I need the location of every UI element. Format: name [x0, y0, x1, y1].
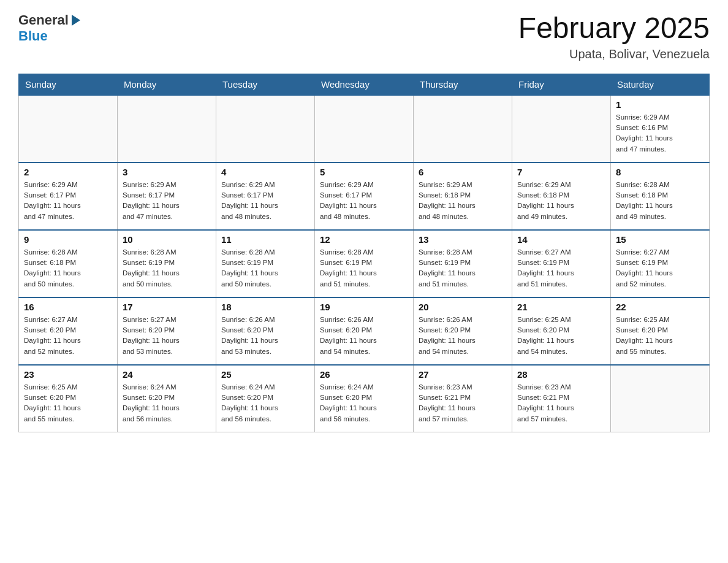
location-text: Upata, Bolivar, Venezuela: [518, 47, 710, 61]
calendar-cell: 20Sunrise: 6:26 AM Sunset: 6:20 PM Dayli…: [414, 297, 512, 365]
day-number: 3: [123, 167, 211, 177]
day-info: Sunrise: 6:29 AM Sunset: 6:17 PM Dayligh…: [221, 180, 309, 222]
day-info: Sunrise: 6:27 AM Sunset: 6:19 PM Dayligh…: [517, 247, 605, 289]
day-info: Sunrise: 6:26 AM Sunset: 6:20 PM Dayligh…: [221, 315, 309, 357]
day-info: Sunrise: 6:28 AM Sunset: 6:18 PM Dayligh…: [616, 180, 704, 222]
calendar-cell: 12Sunrise: 6:28 AM Sunset: 6:19 PM Dayli…: [315, 230, 414, 297]
logo: General Blue: [18, 12, 83, 44]
calendar-cell: 24Sunrise: 6:24 AM Sunset: 6:20 PM Dayli…: [118, 365, 216, 432]
calendar-week-row-3: 9Sunrise: 6:28 AM Sunset: 6:18 PM Daylig…: [19, 230, 710, 297]
day-info: Sunrise: 6:29 AM Sunset: 6:18 PM Dayligh…: [517, 180, 605, 222]
day-info: Sunrise: 6:28 AM Sunset: 6:19 PM Dayligh…: [221, 247, 309, 289]
day-info: Sunrise: 6:29 AM Sunset: 6:17 PM Dayligh…: [123, 180, 211, 222]
day-number: 1: [616, 99, 704, 110]
calendar-cell: [118, 95, 216, 163]
logo-general-text: General: [18, 12, 69, 28]
day-number: 15: [616, 234, 704, 245]
weekday-header-thursday: Thursday: [414, 74, 512, 95]
day-info: Sunrise: 6:23 AM Sunset: 6:21 PM Dayligh…: [419, 382, 507, 424]
calendar-cell: 19Sunrise: 6:26 AM Sunset: 6:20 PM Dayli…: [315, 297, 414, 365]
day-info: Sunrise: 6:28 AM Sunset: 6:19 PM Dayligh…: [320, 247, 408, 289]
day-info: Sunrise: 6:23 AM Sunset: 6:21 PM Dayligh…: [517, 382, 605, 424]
day-info: Sunrise: 6:29 AM Sunset: 6:17 PM Dayligh…: [320, 180, 408, 222]
calendar-cell: [216, 95, 315, 163]
calendar-table: SundayMondayTuesdayWednesdayThursdayFrid…: [18, 74, 710, 433]
day-info: Sunrise: 6:26 AM Sunset: 6:20 PM Dayligh…: [320, 315, 408, 357]
calendar-cell: 8Sunrise: 6:28 AM Sunset: 6:18 PM Daylig…: [611, 163, 710, 230]
day-number: 26: [320, 369, 408, 380]
calendar-cell: [315, 95, 414, 163]
weekday-header-wednesday: Wednesday: [315, 74, 414, 95]
calendar-cell: 5Sunrise: 6:29 AM Sunset: 6:17 PM Daylig…: [315, 163, 414, 230]
day-number: 28: [517, 369, 605, 380]
calendar-cell: 3Sunrise: 6:29 AM Sunset: 6:17 PM Daylig…: [118, 163, 216, 230]
month-title: February 2025: [518, 12, 710, 45]
day-info: Sunrise: 6:27 AM Sunset: 6:20 PM Dayligh…: [24, 315, 112, 357]
calendar-cell: 11Sunrise: 6:28 AM Sunset: 6:19 PM Dayli…: [216, 230, 315, 297]
calendar-week-row-2: 2Sunrise: 6:29 AM Sunset: 6:17 PM Daylig…: [19, 163, 710, 230]
calendar-cell: 7Sunrise: 6:29 AM Sunset: 6:18 PM Daylig…: [512, 163, 611, 230]
calendar-cell: 10Sunrise: 6:28 AM Sunset: 6:19 PM Dayli…: [118, 230, 216, 297]
calendar-cell: 25Sunrise: 6:24 AM Sunset: 6:20 PM Dayli…: [216, 365, 315, 432]
weekday-header-tuesday: Tuesday: [216, 74, 315, 95]
svg-marker-0: [72, 15, 80, 26]
day-number: 17: [123, 302, 211, 312]
day-info: Sunrise: 6:28 AM Sunset: 6:19 PM Dayligh…: [123, 247, 211, 289]
day-info: Sunrise: 6:28 AM Sunset: 6:18 PM Dayligh…: [24, 247, 112, 289]
calendar-cell: 6Sunrise: 6:29 AM Sunset: 6:18 PM Daylig…: [414, 163, 512, 230]
calendar-cell: 17Sunrise: 6:27 AM Sunset: 6:20 PM Dayli…: [118, 297, 216, 365]
weekday-header-friday: Friday: [512, 74, 611, 95]
weekday-header-saturday: Saturday: [611, 74, 710, 95]
calendar-cell: [611, 365, 710, 432]
day-number: 13: [419, 234, 507, 245]
calendar-cell: 27Sunrise: 6:23 AM Sunset: 6:21 PM Dayli…: [414, 365, 512, 432]
day-info: Sunrise: 6:27 AM Sunset: 6:20 PM Dayligh…: [123, 315, 211, 357]
day-info: Sunrise: 6:29 AM Sunset: 6:18 PM Dayligh…: [419, 180, 507, 222]
day-number: 14: [517, 234, 605, 245]
calendar-cell: 13Sunrise: 6:28 AM Sunset: 6:19 PM Dayli…: [414, 230, 512, 297]
day-number: 9: [24, 234, 112, 245]
weekday-header-monday: Monday: [118, 74, 216, 95]
day-info: Sunrise: 6:29 AM Sunset: 6:16 PM Dayligh…: [616, 112, 704, 155]
day-info: Sunrise: 6:28 AM Sunset: 6:19 PM Dayligh…: [419, 247, 507, 289]
day-number: 11: [221, 234, 309, 245]
calendar-cell: 22Sunrise: 6:25 AM Sunset: 6:20 PM Dayli…: [611, 297, 710, 365]
calendar-cell: 14Sunrise: 6:27 AM Sunset: 6:19 PM Dayli…: [512, 230, 611, 297]
day-info: Sunrise: 6:29 AM Sunset: 6:17 PM Dayligh…: [24, 180, 112, 222]
day-number: 2: [24, 167, 112, 177]
day-info: Sunrise: 6:24 AM Sunset: 6:20 PM Dayligh…: [221, 382, 309, 424]
calendar-week-row-5: 23Sunrise: 6:25 AM Sunset: 6:20 PM Dayli…: [19, 365, 710, 432]
calendar-cell: 26Sunrise: 6:24 AM Sunset: 6:20 PM Dayli…: [315, 365, 414, 432]
calendar-cell: 4Sunrise: 6:29 AM Sunset: 6:17 PM Daylig…: [216, 163, 315, 230]
day-number: 7: [517, 167, 605, 177]
logo-arrow-icon: [69, 13, 83, 27]
day-number: 18: [221, 302, 309, 312]
day-info: Sunrise: 6:25 AM Sunset: 6:20 PM Dayligh…: [24, 382, 112, 424]
calendar-cell: 23Sunrise: 6:25 AM Sunset: 6:20 PM Dayli…: [19, 365, 118, 432]
day-info: Sunrise: 6:25 AM Sunset: 6:20 PM Dayligh…: [517, 315, 605, 357]
calendar-cell: 2Sunrise: 6:29 AM Sunset: 6:17 PM Daylig…: [19, 163, 118, 230]
day-number: 16: [24, 302, 112, 312]
day-number: 4: [221, 167, 309, 177]
calendar-cell: [19, 95, 118, 163]
calendar-cell: 9Sunrise: 6:28 AM Sunset: 6:18 PM Daylig…: [19, 230, 118, 297]
title-section: February 2025 Upata, Bolivar, Venezuela: [518, 12, 710, 61]
calendar-cell: 16Sunrise: 6:27 AM Sunset: 6:20 PM Dayli…: [19, 297, 118, 365]
day-info: Sunrise: 6:25 AM Sunset: 6:20 PM Dayligh…: [616, 315, 704, 357]
day-number: 10: [123, 234, 211, 245]
calendar-cell: [414, 95, 512, 163]
calendar-cell: 28Sunrise: 6:23 AM Sunset: 6:21 PM Dayli…: [512, 365, 611, 432]
day-number: 27: [419, 369, 507, 380]
day-info: Sunrise: 6:26 AM Sunset: 6:20 PM Dayligh…: [419, 315, 507, 357]
calendar-cell: 1Sunrise: 6:29 AM Sunset: 6:16 PM Daylig…: [611, 95, 710, 163]
day-number: 6: [419, 167, 507, 177]
calendar-week-row-4: 16Sunrise: 6:27 AM Sunset: 6:20 PM Dayli…: [19, 297, 710, 365]
day-number: 8: [616, 167, 704, 177]
day-info: Sunrise: 6:24 AM Sunset: 6:20 PM Dayligh…: [123, 382, 211, 424]
day-number: 20: [419, 302, 507, 312]
day-number: 25: [221, 369, 309, 380]
day-number: 23: [24, 369, 112, 380]
day-number: 12: [320, 234, 408, 245]
calendar-cell: 21Sunrise: 6:25 AM Sunset: 6:20 PM Dayli…: [512, 297, 611, 365]
calendar-cell: [512, 95, 611, 163]
